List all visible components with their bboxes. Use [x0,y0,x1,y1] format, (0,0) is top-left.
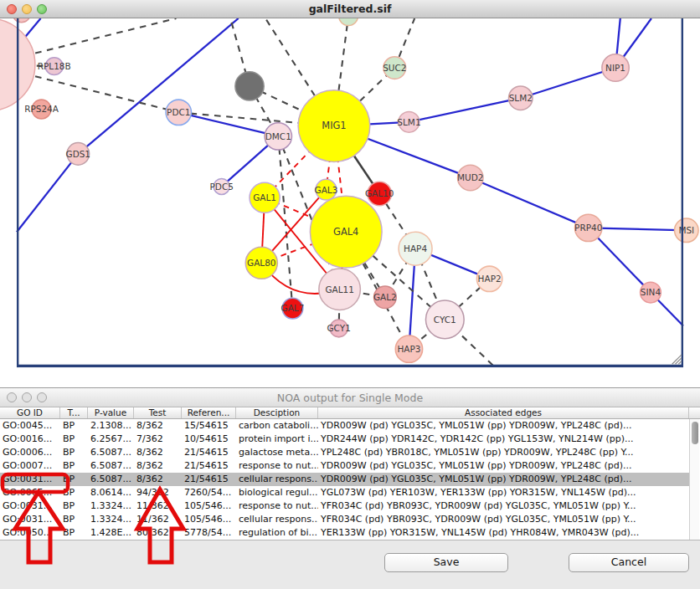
cell-3-1: BP [60,459,88,473]
cell-2-1: BP [60,446,88,459]
cell-0-5: carbon cataboli... [236,419,318,433]
node-label-GDS1: GDS1 [66,149,90,159]
cell-3-4: 21/54615 [182,459,236,473]
column-header-2[interactable]: P-value [88,407,134,418]
cell-1-3: 7/362 [134,433,182,446]
cell-5-1: BP [60,486,88,499]
table-body: GO:0045...BP2.1308...8/36215/54615carbon… [0,419,689,540]
cell-7-5: cellular respons... [236,513,318,526]
cell-1-5: protein import i... [236,433,318,446]
node-label-SLM1: SLM1 [397,117,420,127]
table-row-5[interactable]: GO:0065...BP8.0614...94/3627260/54...bio… [0,486,689,499]
node-label-HAP2: HAP2 [478,274,502,284]
node-label-MUD2: MUD2 [457,172,483,182]
cell-5-3: 94/362 [134,486,182,499]
table-row-7[interactable]: GO:0031...BP1.3324...11/362105/546...cel… [0,513,689,526]
table-row-2[interactable]: GO:0006...BP6.5087...8/36221/54615galact… [0,446,689,459]
table-row-6[interactable]: GO:0031...BP1.3324...11/362105/546...res… [0,499,689,513]
column-header-3[interactable]: Test [134,407,182,418]
cell-8-6: YER133W (pp) YOR315W, YNL145W (pd) YHR08… [318,526,689,540]
node-label-RPS24A: RPS24A [24,104,59,114]
node-graynode[interactable] [235,72,264,100]
cell-7-3: 11/362 [134,513,182,526]
node-label-GAL11: GAL11 [325,284,353,294]
network-canvas[interactable]: RPL18BRPS24AGDS1PDC1PDC5DMC1MIG1SUC2SLM1… [0,18,700,385]
noa-window-title: NOA output for Single Mode [0,392,700,404]
cell-8-0: GO:0050... [0,526,60,540]
table-row-0[interactable]: GO:0045...BP2.1308...8/36215/54615carbon… [0,419,689,433]
results-table: GO IDT...P-valueTestReferen...Desciption… [0,407,700,540]
cell-4-0: GO:0031... [0,473,60,486]
cell-5-2: 8.0614... [88,486,134,499]
cell-3-6: YDR009W (pd) YGL035C, YML051W (pp) YDR00… [318,459,689,473]
cell-0-2: 2.1308... [88,419,134,433]
node-label-GAL2: GAL2 [373,292,397,302]
cancel-button[interactable]: Cancel [569,553,689,572]
cell-8-2: 1.428E... [88,526,134,540]
canvas-frame-left [17,18,18,367]
cell-6-2: 1.3324... [88,499,134,513]
node-label-GAL1: GAL1 [253,192,276,202]
cell-6-6: YFR034C (pd) YBR093C, YDR009W (pd) YGL03… [318,499,689,513]
node-label-SIN4: SIN4 [641,287,661,297]
node-label-DMC1: DMC1 [265,131,291,141]
cell-1-2: 6.2567... [88,433,134,446]
table-row-8[interactable]: GO:0050...BP1.428E...80/3625778/54...reg… [0,526,689,540]
node-label-GCY1: GCY1 [327,323,351,333]
table-row-3[interactable]: GO:0007...BP6.5087...8/36221/54615respon… [0,459,689,473]
cell-7-6: YFR034C (pd) YBR093C, YDR009W (pd) YGL03… [318,513,689,526]
node-label-PDC1: PDC1 [167,107,190,117]
cell-5-0: GO:0065... [0,486,60,499]
cell-5-4: 7260/54... [182,486,236,499]
node-label-GAL80: GAL80 [247,258,275,268]
cell-3-0: GO:0007... [0,459,60,473]
node-label-PDC5: PDC5 [210,182,234,192]
vertical-scrollbar[interactable] [689,419,699,540]
cell-1-6: YDR244W (pp) YDR142C, YDR142C (pp) YGL15… [318,433,689,446]
cell-0-0: GO:0045... [0,419,60,433]
cell-4-2: 6.5087... [88,473,134,486]
node-label-RPL18B: RPL18B [38,61,71,71]
node-label-MSI: MSI [678,225,694,235]
cell-7-2: 1.3324... [88,513,134,526]
cell-2-6: YPL248C (pd) YBR018C, YML051W (pp) YDR00… [318,446,689,459]
column-header-4[interactable]: Referen... [182,407,236,418]
node-label-NIP1: NIP1 [605,63,625,73]
column-header-0[interactable]: GO ID [0,407,60,418]
save-button[interactable]: Save [384,553,508,572]
cell-4-4: 21/54615 [182,473,236,486]
column-header-5[interactable]: Desciption [236,407,318,418]
cell-7-0: GO:0031... [0,513,60,526]
cell-6-5: response to nut... [236,499,318,513]
cell-0-4: 15/54615 [182,419,236,433]
column-header-1[interactable]: T... [60,407,88,418]
cell-3-3: 8/362 [134,459,182,473]
cell-2-5: galactose meta... [236,446,318,459]
cell-2-3: 8/362 [134,446,182,459]
canvas-frame-right [682,18,683,367]
cell-3-5: response to nut... [236,459,318,473]
cell-7-4: 105/546... [182,513,236,526]
node-label-SLM2: SLM2 [509,93,533,103]
cell-6-3: 11/362 [134,499,182,513]
cell-4-5: cellular respons... [236,473,318,486]
network-window-titlebar[interactable]: galFiltered.sif [0,0,700,18]
scrollbar-thumb[interactable] [692,422,698,444]
cell-3-2: 6.5087... [88,459,134,473]
cell-8-5: regulation of bi... [236,526,318,540]
node-label-PRP40: PRP40 [574,223,602,233]
cell-8-4: 5778/54... [182,526,236,540]
cell-2-0: GO:0006... [0,446,60,459]
cell-1-1: BP [60,433,88,446]
table-row-1[interactable]: GO:0016...BP6.2567...7/36210/54615protei… [0,433,689,446]
cell-5-6: YGL073W (pd) YER103W, YER133W (pp) YOR31… [318,486,689,499]
table-row-4[interactable]: GO:0031...BP6.5087...8/36221/54615cellul… [0,473,689,486]
cell-0-3: 8/362 [134,419,182,433]
column-header-6[interactable]: Associated edges [318,407,689,418]
noa-window-titlebar[interactable]: NOA output for Single Mode [0,388,700,407]
cell-5-5: biological regul... [236,486,318,499]
cell-1-0: GO:0016... [0,433,60,446]
cell-6-1: BP [60,499,88,513]
cell-6-4: 105/546... [182,499,236,513]
node-label-HAP3: HAP3 [397,344,420,354]
